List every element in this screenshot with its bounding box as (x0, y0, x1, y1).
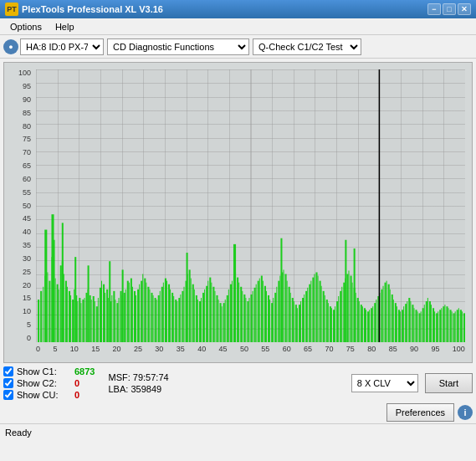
svg-rect-112 (230, 284, 232, 342)
svg-rect-163 (318, 276, 319, 342)
svg-rect-114 (233, 276, 235, 342)
svg-rect-16 (65, 281, 67, 342)
svg-rect-156 (305, 291, 307, 342)
test-select[interactable]: Q-Check C1/C2 Test (253, 38, 361, 55)
svg-rect-230 (432, 308, 434, 342)
cu-value: 0 (74, 390, 79, 400)
svg-rect-250 (62, 223, 64, 342)
svg-rect-69 (156, 300, 157, 342)
svg-rect-259 (345, 240, 346, 342)
svg-rect-227 (427, 298, 428, 342)
svg-rect-92 (196, 295, 197, 342)
svg-rect-54 (131, 279, 132, 342)
svg-rect-242 (453, 313, 455, 342)
maximize-button[interactable]: □ (443, 3, 456, 15)
svg-rect-257 (233, 244, 236, 342)
svg-rect-83 (180, 295, 181, 342)
svg-rect-12 (59, 289, 59, 342)
svg-rect-59 (139, 284, 140, 342)
svg-rect-162 (315, 272, 317, 342)
svg-rect-133 (266, 291, 267, 342)
svg-rect-18 (69, 291, 70, 342)
svg-rect-113 (232, 281, 233, 342)
svg-rect-61 (142, 274, 143, 343)
svg-rect-251 (44, 230, 47, 342)
svg-rect-171 (331, 308, 332, 342)
svg-rect-126 (254, 288, 256, 342)
svg-rect-111 (228, 289, 229, 342)
svg-rect-234 (439, 310, 441, 342)
svg-rect-34 (96, 306, 98, 342)
svg-rect-140 (278, 281, 279, 342)
svg-rect-201 (383, 286, 384, 342)
svg-rect-57 (136, 295, 136, 342)
msf-row: MSF: 79:57:74 (108, 372, 168, 382)
svg-rect-90 (192, 284, 194, 342)
status-text: Ready (5, 428, 32, 438)
svg-rect-13 (60, 265, 62, 342)
svg-rect-174 (336, 301, 338, 342)
svg-rect-229 (431, 305, 432, 342)
svg-rect-127 (256, 284, 257, 342)
svg-rect-119 (242, 291, 243, 342)
svg-rect-70 (158, 295, 160, 342)
svg-rect-175 (338, 296, 339, 342)
close-button[interactable]: ✕ (458, 3, 471, 15)
checkbox-group: Show C1: 6873 Show C2: 0 Show CU: 0 (3, 366, 95, 400)
svg-rect-260 (354, 248, 356, 342)
c2-row: Show C2: 0 (3, 378, 95, 388)
show-c2-label: Show C2: (17, 378, 71, 388)
x-axis: 0 5 10 15 20 25 30 35 40 45 50 55 60 65 … (36, 342, 465, 362)
svg-rect-138 (274, 293, 276, 342)
svg-rect-118 (240, 287, 242, 342)
preferences-button[interactable]: Preferences (386, 403, 454, 422)
svg-rect-195 (372, 306, 373, 342)
svg-rect-254 (109, 261, 110, 342)
svg-rect-160 (312, 278, 314, 342)
svg-rect-153 (300, 301, 301, 342)
svg-rect-33 (95, 301, 95, 342)
svg-rect-38 (103, 284, 105, 342)
svg-rect-56 (134, 291, 136, 342)
svg-rect-221 (417, 311, 418, 342)
svg-rect-93 (197, 300, 198, 342)
show-cu-checkbox[interactable] (3, 390, 13, 400)
svg-rect-199 (379, 293, 380, 342)
drive-selector: ● HA:8 ID:0 PX-760A (3, 38, 104, 55)
svg-rect-196 (374, 303, 376, 342)
svg-rect-52 (127, 281, 129, 342)
function-select[interactable]: CD Diagnostic Functions (107, 38, 249, 55)
svg-rect-41 (108, 298, 109, 342)
menu-bar: Options Help (0, 18, 476, 35)
svg-rect-215 (407, 301, 407, 342)
svg-rect-178 (343, 283, 345, 342)
cu-row: Show CU: 0 (3, 390, 95, 400)
svg-rect-255 (122, 269, 124, 342)
svg-rect-224 (422, 308, 424, 342)
svg-rect-185 (356, 293, 356, 342)
show-c2-checkbox[interactable] (3, 378, 13, 388)
show-c1-label: Show C1: (17, 366, 71, 376)
menu-help[interactable]: Help (49, 20, 81, 33)
start-button[interactable]: Start (425, 373, 473, 393)
drive-select[interactable]: HA:8 ID:0 PX-760A (20, 38, 104, 55)
show-c1-checkbox[interactable] (3, 366, 13, 376)
svg-rect-155 (304, 295, 305, 342)
svg-rect-220 (415, 310, 417, 342)
svg-rect-116 (237, 278, 238, 342)
svg-rect-66 (151, 293, 152, 342)
menu-options[interactable]: Options (3, 20, 49, 33)
svg-rect-45 (115, 300, 115, 342)
svg-rect-212 (402, 310, 403, 342)
svg-rect-193 (369, 310, 370, 342)
svg-rect-180 (346, 274, 348, 343)
svg-rect-206 (392, 295, 393, 342)
speed-select[interactable]: 8 X CLV (351, 374, 418, 392)
info-button[interactable]: i (458, 405, 473, 420)
app-icon: PT (5, 3, 18, 16)
svg-rect-26 (82, 300, 84, 342)
svg-rect-161 (314, 274, 315, 343)
minimize-button[interactable]: − (427, 3, 441, 15)
svg-rect-58 (137, 289, 139, 342)
svg-rect-187 (359, 301, 360, 342)
